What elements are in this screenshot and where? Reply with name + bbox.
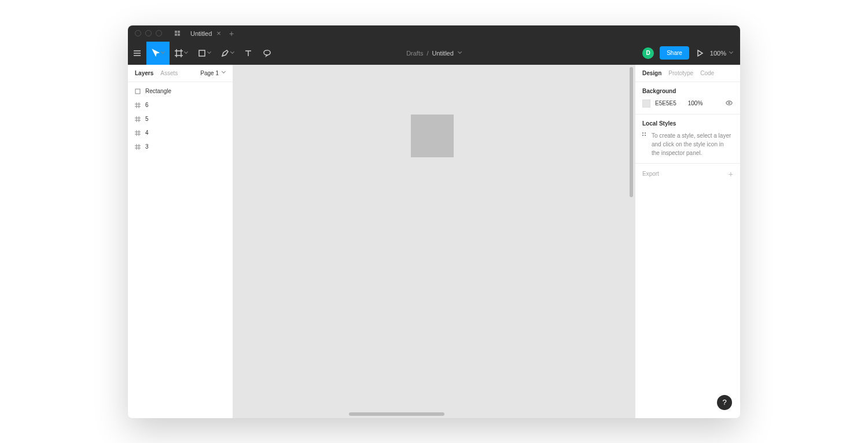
- avatar[interactable]: D: [642, 47, 654, 59]
- new-tab-button[interactable]: +: [229, 29, 234, 38]
- main-menu-button[interactable]: [128, 42, 146, 65]
- background-heading: Background: [642, 88, 733, 94]
- pen-icon: [220, 49, 230, 58]
- main-area: Layers Assets Page 1 Rectangle 6: [128, 65, 740, 418]
- page-selector[interactable]: Page 1: [200, 70, 226, 76]
- layer-row[interactable]: 3: [128, 140, 233, 154]
- app-window: Untitled × + Dra: [128, 25, 740, 418]
- close-window-icon[interactable]: [135, 30, 141, 36]
- canvas[interactable]: [233, 65, 635, 418]
- minimize-window-icon[interactable]: [145, 30, 152, 36]
- tab-prototype[interactable]: Prototype: [668, 70, 693, 76]
- chevron-down-icon: [222, 71, 226, 75]
- frame-icon: [174, 49, 183, 58]
- left-panel: Layers Assets Page 1 Rectangle 6: [128, 65, 233, 418]
- tab-layers[interactable]: Layers: [135, 70, 153, 76]
- svg-rect-1: [135, 89, 140, 94]
- right-panel: Design Prototype Code Background E5E5E5 …: [635, 65, 740, 418]
- hamburger-icon: [133, 49, 142, 58]
- left-panel-tabs: Layers Assets Page 1: [128, 65, 233, 82]
- tab-assets[interactable]: Assets: [160, 70, 178, 76]
- svg-point-2: [729, 102, 730, 104]
- tab-code[interactable]: Code: [700, 70, 714, 76]
- visibility-toggle[interactable]: [725, 99, 733, 108]
- text-tool[interactable]: [239, 42, 258, 65]
- comment-icon: [262, 49, 271, 58]
- eye-icon: [725, 99, 733, 107]
- maximize-window-icon[interactable]: [156, 30, 162, 36]
- layer-row[interactable]: Rectangle: [128, 84, 233, 98]
- play-icon: [695, 49, 704, 58]
- layer-name: 5: [145, 116, 149, 122]
- page-label: Page 1: [200, 70, 219, 76]
- present-button[interactable]: [695, 42, 704, 65]
- close-tab-icon[interactable]: ×: [216, 29, 221, 38]
- local-styles-section: Local Styles To create a style, select a…: [635, 115, 740, 164]
- layers-list: Rectangle 6 5 4 3: [128, 82, 233, 156]
- vertical-scrollbar[interactable]: [630, 67, 633, 197]
- breadcrumb-file[interactable]: Untitled: [432, 50, 454, 57]
- zoom-value: 100%: [710, 50, 726, 57]
- layer-name: 3: [145, 143, 149, 150]
- horizontal-scrollbar[interactable]: [349, 412, 444, 416]
- pen-tool[interactable]: [216, 42, 239, 65]
- color-swatch[interactable]: [642, 99, 650, 108]
- layer-row[interactable]: 6: [128, 98, 233, 112]
- frame-icon: [135, 102, 141, 108]
- background-section: Background E5E5E5 100%: [635, 82, 740, 115]
- add-export-button[interactable]: +: [729, 169, 733, 179]
- file-tab[interactable]: Untitled ×: [190, 29, 221, 38]
- frame-icon: [135, 116, 141, 122]
- chevron-down-icon: [161, 51, 165, 55]
- frame-icon: [135, 144, 141, 150]
- move-tool[interactable]: [146, 42, 170, 65]
- titlebar: Untitled × +: [128, 25, 740, 42]
- frame-tool[interactable]: [170, 42, 193, 65]
- chevron-down-icon: [231, 51, 234, 55]
- window-controls[interactable]: [135, 30, 162, 36]
- layer-name: 4: [145, 130, 149, 136]
- home-grid-icon[interactable]: [175, 31, 180, 36]
- comment-tool[interactable]: [258, 42, 276, 65]
- style-icon: [642, 131, 646, 157]
- tab-design[interactable]: Design: [642, 70, 661, 76]
- svg-rect-0: [199, 50, 205, 56]
- chevron-down-icon: [185, 51, 188, 55]
- breadcrumb-folder[interactable]: Drafts: [406, 50, 423, 57]
- chevron-down-icon: [208, 51, 211, 55]
- rectangle-icon: [197, 49, 207, 58]
- local-styles-hint: To create a style, select a layer and cl…: [652, 131, 733, 157]
- rectangle-icon: [135, 88, 141, 94]
- breadcrumb-separator: /: [426, 50, 428, 57]
- breadcrumb[interactable]: Drafts / Untitled: [406, 50, 462, 57]
- canvas-rectangle[interactable]: [411, 115, 454, 157]
- layer-row[interactable]: 5: [128, 112, 233, 126]
- background-hex[interactable]: E5E5E5: [655, 100, 676, 106]
- background-opacity[interactable]: 100%: [688, 100, 703, 106]
- layer-name: Rectangle: [145, 88, 171, 94]
- toolbar: Drafts / Untitled D Share 100%: [128, 42, 740, 65]
- cursor-icon: [151, 49, 160, 58]
- export-section[interactable]: Export +: [635, 164, 740, 184]
- layer-name: 6: [145, 102, 149, 108]
- right-panel-tabs: Design Prototype Code: [635, 65, 740, 82]
- chevron-down-icon: [730, 51, 733, 55]
- share-button[interactable]: Share: [660, 46, 689, 60]
- help-button[interactable]: ?: [717, 395, 732, 410]
- export-label: Export: [642, 171, 659, 177]
- layer-row[interactable]: 4: [128, 126, 233, 140]
- zoom-control[interactable]: 100%: [710, 50, 733, 57]
- shape-tool[interactable]: [193, 42, 216, 65]
- frame-icon: [135, 130, 141, 136]
- chevron-down-icon[interactable]: [458, 51, 462, 55]
- text-icon: [244, 49, 253, 58]
- local-styles-heading: Local Styles: [642, 120, 733, 127]
- file-tab-title: Untitled: [190, 30, 212, 37]
